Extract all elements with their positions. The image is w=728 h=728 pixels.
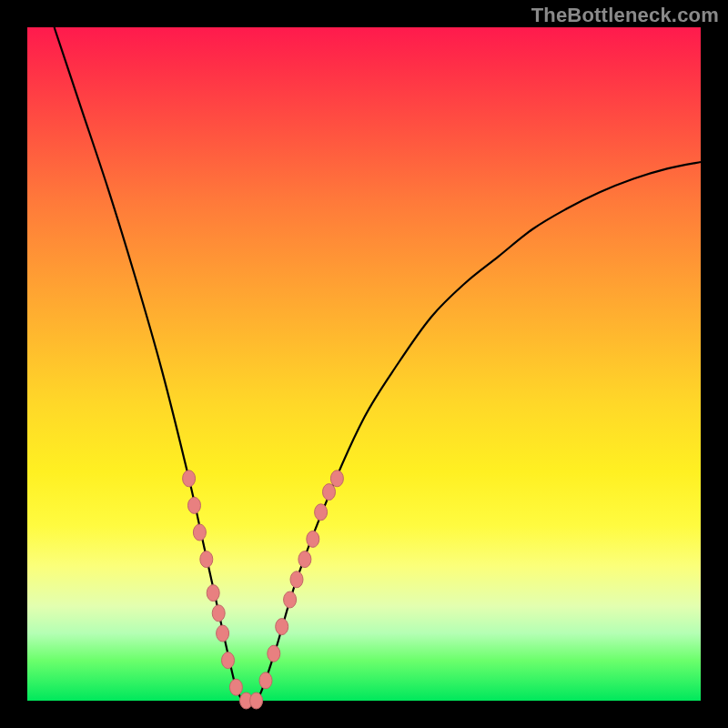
- data-marker: [250, 693, 263, 709]
- data-marker: [229, 679, 242, 695]
- bottleneck-curve: [55, 27, 701, 702]
- data-marker: [200, 551, 213, 568]
- data-marker: [183, 470, 196, 487]
- data-marker: [188, 497, 201, 513]
- data-marker: [298, 551, 311, 568]
- data-marker: [217, 625, 229, 642]
- data-marker: [268, 645, 280, 662]
- data-marker: [315, 504, 328, 521]
- watermark-text: TheBottleneck.com: [531, 4, 719, 27]
- data-marker: [290, 571, 303, 588]
- data-marker: [323, 484, 336, 500]
- data-marker: [307, 531, 319, 547]
- data-marker: [222, 652, 235, 669]
- data-marker: [212, 605, 225, 622]
- data-marker: [284, 592, 297, 608]
- data-marker: [276, 619, 288, 635]
- data-marker: [330, 470, 343, 487]
- marker-group: [183, 470, 344, 709]
- data-marker: [259, 672, 272, 689]
- chart-svg: [27, 27, 701, 701]
- data-marker: [207, 585, 219, 602]
- data-marker: [193, 524, 206, 541]
